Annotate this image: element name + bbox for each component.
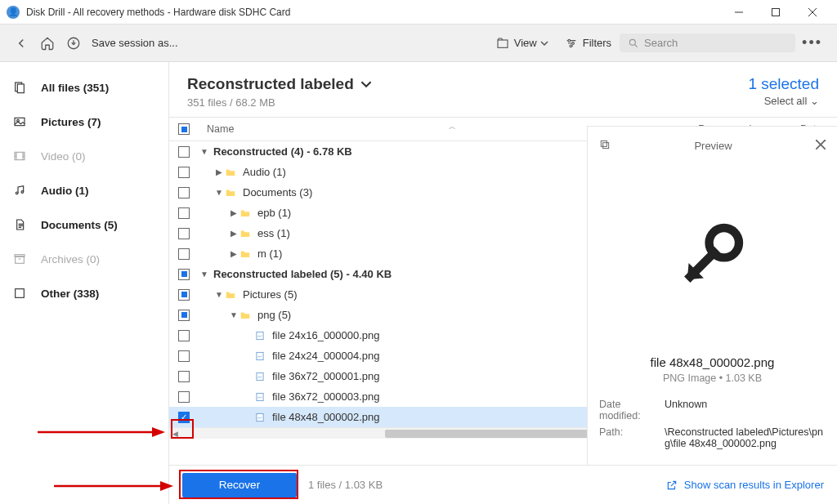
row-checkbox[interactable] — [178, 391, 190, 403]
row-checkbox[interactable] — [178, 412, 190, 423]
row-checkbox[interactable] — [178, 207, 190, 219]
copy-icon[interactable] — [599, 139, 611, 153]
folder-icon — [239, 310, 254, 321]
svg-rect-23 — [257, 372, 263, 380]
audio-icon — [13, 184, 29, 197]
preview-path-label: Path: — [599, 426, 665, 449]
expand-toggle[interactable]: ▼ — [213, 290, 225, 299]
window-title: Disk Drill - All recovery methods - Hard… — [26, 7, 720, 18]
chevron-down-icon: ⌄ — [810, 95, 819, 107]
window-maximize-button[interactable] — [757, 0, 794, 25]
main-toolbar: Save session as... View Filters Search •… — [0, 25, 837, 62]
folder-icon — [225, 167, 239, 178]
svg-point-6 — [568, 39, 571, 42]
expand-toggle[interactable]: ▶ — [228, 229, 239, 238]
recover-button[interactable]: Recover — [182, 473, 297, 497]
file-icon — [254, 391, 269, 403]
file-icon — [254, 371, 269, 382]
folder-icon — [239, 248, 254, 260]
save-session-label[interactable]: Save session as... — [92, 37, 178, 49]
svg-point-7 — [571, 42, 574, 44]
filters-label: Filters — [583, 37, 611, 49]
back-button[interactable] — [8, 30, 34, 56]
preview-path-value: \Reconstructed labeled\Pictures\png\file… — [665, 426, 826, 449]
sidebar-item-pictures[interactable]: Pictures (7) — [0, 105, 168, 139]
archives-icon — [13, 252, 29, 265]
expand-toggle[interactable]: ▼ — [199, 270, 210, 279]
select-all-link[interactable]: Select all ⌄ — [748, 95, 819, 107]
chevron-down-icon — [540, 39, 548, 47]
more-button[interactable]: ••• — [795, 34, 829, 51]
close-preview-button[interactable] — [816, 140, 826, 152]
svg-rect-24 — [257, 393, 263, 400]
select-all-checkbox[interactable] — [178, 123, 190, 135]
row-checkbox[interactable] — [178, 167, 190, 178]
footer-info: 1 files / 1.03 KB — [308, 479, 383, 491]
row-checkbox[interactable] — [178, 289, 190, 301]
results-subtitle: 351 files / 68.2 MB — [187, 96, 372, 109]
folder-icon — [225, 187, 239, 198]
pictures-icon — [13, 115, 29, 128]
row-checkbox[interactable] — [178, 146, 190, 158]
save-session-icon[interactable] — [60, 30, 87, 56]
search-placeholder: Search — [644, 37, 678, 49]
row-checkbox[interactable] — [178, 310, 190, 321]
row-checkbox[interactable] — [178, 187, 190, 198]
svg-rect-26 — [603, 142, 609, 148]
other-icon — [13, 287, 29, 300]
expand-toggle[interactable]: ▶ — [228, 249, 239, 258]
preview-date-label: Date modified: — [599, 399, 665, 421]
sidebar-item-audio[interactable]: Audio (1) — [0, 173, 168, 207]
svg-rect-18 — [16, 256, 25, 264]
show-in-explorer-link[interactable]: Show scan results in Explorer — [666, 479, 824, 491]
row-checkbox[interactable] — [178, 330, 190, 341]
preview-meta: PNG Image • 1.03 KB — [599, 372, 826, 384]
window-close-button[interactable] — [794, 0, 830, 25]
svg-rect-13 — [15, 118, 25, 125]
row-checkbox[interactable] — [178, 350, 190, 362]
documents-icon — [13, 218, 29, 231]
sort-caret-icon: ︿ — [449, 122, 456, 132]
row-checkbox[interactable] — [178, 269, 190, 280]
svg-point-17 — [21, 191, 24, 194]
sidebar-item-video[interactable]: Video (0) — [0, 139, 168, 173]
preview-date-value: Unknown — [665, 399, 826, 421]
results-title[interactable]: Reconstructed labeled — [187, 75, 372, 93]
view-dropdown[interactable]: View — [488, 37, 557, 50]
sidebar-item-other[interactable]: Other (338) — [0, 276, 168, 310]
search-input[interactable]: Search — [620, 33, 795, 52]
row-checkbox[interactable] — [178, 228, 190, 239]
file-icon — [254, 350, 269, 362]
expand-toggle[interactable]: ▼ — [228, 310, 239, 319]
expand-toggle[interactable]: ▼ — [213, 188, 225, 197]
folder-icon — [239, 228, 254, 239]
preview-panel: Preview file 48x48_000002.png PNG Image … — [587, 126, 837, 465]
svg-rect-22 — [257, 352, 263, 359]
home-button[interactable] — [34, 30, 60, 56]
window-minimize-button[interactable] — [720, 0, 757, 25]
preview-filename: file 48x48_000002.png — [599, 355, 826, 369]
external-link-icon — [666, 479, 678, 491]
preview-image — [599, 156, 826, 352]
folder-icon — [239, 207, 254, 219]
window-titlebar: 👤 Disk Drill - All recovery methods - Ha… — [0, 0, 837, 25]
svg-point-9 — [629, 39, 635, 45]
svg-point-16 — [16, 192, 18, 194]
files-icon — [13, 81, 29, 94]
footer-bar: Recover 1 files / 1.03 KB Show scan resu… — [169, 465, 837, 504]
svg-rect-27 — [601, 140, 606, 146]
filters-button[interactable]: Filters — [557, 37, 620, 50]
sidebar-item-archives[interactable]: Archives (0) — [0, 242, 168, 276]
svg-rect-5 — [498, 40, 508, 47]
sidebar-item-documents[interactable]: Documents (5) — [0, 207, 168, 242]
main-panel: Reconstructed labeled 351 files / 68.2 M… — [169, 62, 837, 504]
sidebar-item-allfiles[interactable]: All files (351) — [0, 70, 168, 105]
row-checkbox[interactable] — [178, 371, 190, 382]
expand-toggle[interactable]: ▼ — [199, 147, 210, 156]
file-icon — [254, 412, 269, 423]
expand-toggle[interactable]: ▶ — [213, 167, 225, 176]
row-checkbox[interactable] — [178, 248, 190, 260]
chevron-down-icon — [360, 78, 372, 90]
expand-toggle[interactable]: ▶ — [228, 208, 239, 217]
svg-rect-21 — [257, 332, 263, 339]
